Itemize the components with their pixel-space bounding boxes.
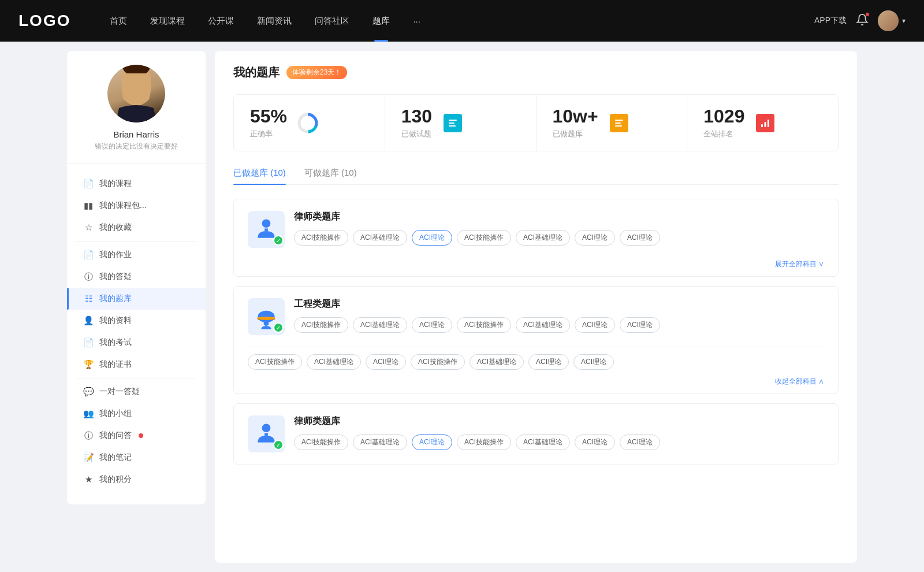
tag-3-4[interactable]: ACI基础理论 [516,434,570,450]
tab-available[interactable]: 可做题库 (10) [304,168,357,184]
sidebar-item-collection[interactable]: ☆ 我的收藏 [67,217,206,239]
stat-ranking: 1029 全站排名 [687,95,838,151]
tag-3-3[interactable]: ACI技能操作 [457,434,511,450]
main-content: 我的题库 体验剩余23天！ 55% 正确率 [215,51,857,563]
check-badge-2: ✓ [273,322,284,333]
logo: LOGO [18,12,70,30]
qbank-card-3: ✓ 律师类题库 ACI技能操作 ACI基础理论 ACI理论 ACI技能操作 AC… [233,403,839,465]
tab-done[interactable]: 已做题库 (10) [233,168,286,184]
tag-2-0[interactable]: ACI技能操作 [294,317,348,333]
nav-news[interactable]: 新闻资讯 [245,0,303,42]
svg-rect-7 [449,125,456,127]
tag-3-6[interactable]: ACI理论 [620,434,660,450]
tag-1-0[interactable]: ACI技能操作 [294,230,348,246]
qbank-header-3: ✓ 律师类题库 ACI技能操作 ACI基础理论 ACI理论 ACI技能操作 AC… [234,404,838,464]
nav-mooc[interactable]: 公开课 [196,0,245,42]
tag-2-6[interactable]: ACI理论 [620,317,660,333]
qbank-tags-3: ACI技能操作 ACI基础理论 ACI理论 ACI技能操作 ACI基础理论 AC… [294,434,824,450]
sidebar-item-course[interactable]: 📄 我的课程 [67,173,206,195]
qbank-expand-1[interactable]: 展开全部科目 ∨ [234,259,838,276]
qbank-tags-2-row2: ACI技能操作 ACI基础理论 ACI理论 ACI技能操作 ACI基础理论 AC… [234,347,838,377]
tag-2-r2-3[interactable]: ACI技能操作 [411,354,465,370]
nav-qa[interactable]: 问答社区 [303,0,361,42]
sidebar-item-cert[interactable]: 🏆 我的证书 [67,354,206,376]
tag-2-r2-5[interactable]: ACI理论 [528,354,569,370]
sidebar-item-qbank[interactable]: ☷ 我的题库 [67,288,206,310]
qbank-icon-1: ✓ [248,211,285,248]
stat-questions-value: 130 [401,106,432,127]
tag-3-2[interactable]: ACI理论 [412,434,452,450]
qa-icon: ⓘ [83,430,94,441]
avatar [107,65,165,122]
stat-banks-label: 已做题库 [553,129,598,139]
sidebar-item-notes[interactable]: 📝 我的笔记 [67,447,206,469]
tag-2-3[interactable]: ACI技能操作 [457,317,511,333]
exam-icon: 📄 [83,337,94,348]
nav-links: 首页 发现课程 公开课 新闻资讯 问答社区 题库 ··· [98,0,814,42]
qbank-collapse-2[interactable]: 收起全部科目 ∧ [234,377,838,393]
user-motto: 错误的决定比没有决定要好 [95,142,178,151]
page-layout: Brian Harris 错误的决定比没有决定要好 📄 我的课程 ▮▮ 我的课程… [58,42,866,572]
tag-2-1[interactable]: ACI基础理论 [353,317,407,333]
sidebar-item-exam[interactable]: 📄 我的考试 [67,332,206,354]
qbank-tags-1: ACI技能操作 ACI基础理论 ACI理论 ACI技能操作 ACI基础理论 AC… [294,230,824,246]
sidebar-item-1on1[interactable]: 💬 一对一答疑 [67,381,206,403]
divider2 [76,378,196,378]
tag-3-1[interactable]: ACI基础理论 [353,434,407,450]
chevron-down-icon: ▾ [902,17,906,25]
points-icon: ★ [83,474,94,485]
profile-icon: 👤 [83,315,94,326]
sidebar-item-group[interactable]: 👥 我的小组 [67,403,206,425]
bar-icon: ▮▮ [83,200,94,211]
stat-banks: 10w+ 已做题库 [536,95,688,151]
page-title-row: 我的题库 体验剩余23天！ [233,65,839,80]
question-icon: ⓘ [83,272,94,282]
svg-rect-6 [449,122,454,124]
tag-1-4[interactable]: ACI基础理论 [516,230,570,246]
sidebar-item-profile[interactable]: 👤 我的资料 [67,310,206,332]
nav-discover[interactable]: 发现课程 [139,0,196,42]
tag-2-r2-0[interactable]: ACI技能操作 [248,354,302,370]
notification-bell[interactable] [856,13,869,28]
tag-1-1[interactable]: ACI基础理论 [353,230,407,246]
sidebar-item-qa-mine[interactable]: ⓘ 我的答疑 [67,266,206,288]
tag-2-r2-6[interactable]: ACI理论 [573,354,614,370]
stat-ranking-value: 1029 [703,106,744,127]
user-avatar-menu[interactable]: ▾ [878,10,906,31]
sidebar: Brian Harris 错误的决定比没有决定要好 📄 我的课程 ▮▮ 我的课程… [67,51,206,504]
sidebar-item-points[interactable]: ★ 我的积分 [67,469,206,491]
svg-rect-9 [615,122,621,124]
qbank-card-2: ✓ 工程类题库 ACI技能操作 ACI基础理论 ACI理论 ACI技能操作 AC… [233,286,839,394]
qbank-card-1: ✓ 律师类题库 ACI技能操作 ACI基础理论 ACI理论 ACI技能操作 AC… [233,199,839,277]
red-chart-icon [754,112,777,135]
tag-1-3[interactable]: ACI技能操作 [457,230,511,246]
tag-3-0[interactable]: ACI技能操作 [294,434,348,450]
tag-1-2[interactable]: ACI理论 [412,230,452,246]
tag-2-r2-4[interactable]: ACI基础理论 [470,354,524,370]
svg-rect-20 [258,318,274,320]
tag-1-6[interactable]: ACI理论 [620,230,660,246]
stats-row: 55% 正确率 130 已做试题 [233,94,839,151]
unread-dot [139,433,143,438]
stat-accuracy-label: 正确率 [250,129,287,139]
user-name: Brian Harris [113,129,159,139]
tag-2-4[interactable]: ACI基础理论 [516,317,570,333]
nav-more[interactable]: ··· [401,0,432,42]
group-icon: 👥 [83,408,94,419]
qbank-info-1: 律师类题库 ACI技能操作 ACI基础理论 ACI理论 ACI技能操作 ACI基… [294,211,824,246]
sidebar-item-homework[interactable]: 📄 我的作业 [67,244,206,266]
nav-home[interactable]: 首页 [98,0,139,42]
svg-rect-15 [264,229,268,231]
sidebar-item-course-pack[interactable]: ▮▮ 我的课程包... [67,195,206,217]
tag-1-5[interactable]: ACI理论 [575,230,615,246]
tag-2-2[interactable]: ACI理论 [412,317,452,333]
nav-qbank[interactable]: 题库 [361,0,401,42]
grid-icon: ☷ [83,294,94,304]
app-download-btn[interactable]: APP下载 [814,16,847,26]
tag-2-r2-2[interactable]: ACI理论 [366,354,406,370]
tag-2-5[interactable]: ACI理论 [575,317,615,333]
sidebar-item-myqa[interactable]: ⓘ 我的问答 [67,425,206,447]
tag-3-5[interactable]: ACI理论 [575,434,615,450]
qbank-tags-2-row1: ACI技能操作 ACI基础理论 ACI理论 ACI技能操作 ACI基础理论 AC… [294,317,824,333]
tag-2-r2-1[interactable]: ACI基础理论 [307,354,361,370]
